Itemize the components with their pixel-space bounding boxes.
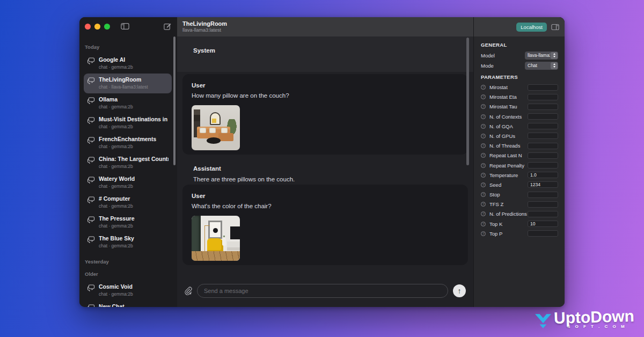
parameter-input[interactable] xyxy=(528,221,558,227)
parameter-input[interactable] xyxy=(528,143,558,149)
help-icon[interactable] xyxy=(481,104,486,109)
chat-item-subtitle: chat · gemma:2b xyxy=(99,243,134,248)
chat-list-item[interactable]: Ollama chat · gemma:2b xyxy=(84,93,172,113)
help-icon[interactable] xyxy=(481,153,486,158)
parameter-input[interactable] xyxy=(528,113,558,120)
message-role-label: User xyxy=(192,193,459,199)
chat-list-item[interactable]: New Chat chat · llava-llama3:latest xyxy=(84,301,172,307)
help-icon[interactable] xyxy=(481,94,486,99)
parameter-input[interactable] xyxy=(528,162,558,169)
parameter-input[interactable] xyxy=(528,211,558,217)
mode-select[interactable]: Chat xyxy=(525,62,558,70)
chat-bubbles-icon xyxy=(87,284,95,291)
help-icon[interactable] xyxy=(481,124,486,129)
parameter-label: N. of Contexts xyxy=(489,114,522,120)
model-select[interactable]: llava-llama3:... xyxy=(525,52,558,60)
chat-list: Today Google AI chat · gemma:2b xyxy=(79,35,177,307)
help-icon[interactable] xyxy=(481,202,486,207)
localhost-server-button[interactable]: Localhost xyxy=(516,23,547,32)
help-icon[interactable] xyxy=(481,192,486,197)
help-icon[interactable] xyxy=(481,211,486,216)
parameter-input[interactable] xyxy=(528,94,558,100)
uptodown-logo-icon xyxy=(533,312,553,329)
general-section-label: GENERAL xyxy=(481,42,558,48)
chat-item-subtitle: chat · gemma:2b xyxy=(99,184,135,189)
help-icon[interactable] xyxy=(481,182,486,187)
parameter-input[interactable] xyxy=(528,201,558,208)
help-icon[interactable] xyxy=(481,134,486,138)
chat-scrollbar[interactable] xyxy=(466,38,469,165)
parameter-input[interactable] xyxy=(528,84,558,91)
attached-image-thumbnail[interactable] xyxy=(192,105,240,150)
parameter-input[interactable] xyxy=(528,123,558,129)
parameter-input[interactable] xyxy=(528,230,558,237)
chat-item-title: # Computer xyxy=(99,195,133,202)
chat-list-item[interactable]: # Computer chat · gemma:2b xyxy=(84,193,172,213)
chat-list-item[interactable]: China: The Largest Country in t... chat … xyxy=(84,153,172,173)
chat-bubbles-icon xyxy=(87,77,95,84)
parameter-row: N. of GQA xyxy=(481,123,558,129)
parameter-label: Temperature xyxy=(489,172,518,178)
message-text: There are three pillows on the couch. xyxy=(193,176,457,182)
parameter-label: N. of GPUs xyxy=(489,133,515,139)
help-icon[interactable] xyxy=(481,143,486,148)
parameter-label: Seed xyxy=(489,182,501,188)
chat-list-item[interactable]: The Blue Sky chat · gemma:2b xyxy=(84,232,172,252)
help-icon[interactable] xyxy=(481,85,486,90)
attach-paperclip-icon[interactable] xyxy=(184,287,192,295)
chat-item-subtitle: chat · gemma:2b xyxy=(99,124,169,129)
chat-list-item[interactable]: FrenchEnchantments chat · gemma:2b xyxy=(84,133,172,153)
help-icon[interactable] xyxy=(481,163,486,168)
close-window-button[interactable] xyxy=(85,24,91,30)
parameter-label: N. of GQA xyxy=(489,123,513,129)
message-scroll-area[interactable]: System User How many pillow are on the c… xyxy=(177,36,473,278)
sidebar-header xyxy=(79,17,177,35)
parameter-row: TFS Z xyxy=(481,201,558,207)
attached-image-thumbnail[interactable] xyxy=(192,216,240,261)
app-window: Today Google AI chat · gemma:2b xyxy=(79,17,565,307)
mode-select-value: Chat xyxy=(525,63,550,68)
toggle-inspector-icon[interactable] xyxy=(551,24,559,31)
parameter-row: N. of Predictions xyxy=(481,211,558,217)
zoom-window-button[interactable] xyxy=(104,24,110,30)
chat-item-subtitle: chat · gemma:2b xyxy=(99,64,133,70)
sidebar-scrollbar[interactable] xyxy=(173,36,175,165)
message: Assistant There are three pillows on the… xyxy=(177,155,473,182)
chat-item-title: Google AI xyxy=(99,56,133,63)
chat-bubbles-icon xyxy=(87,97,95,104)
chat-list-item[interactable]: Watery World chat · gemma:2b xyxy=(84,173,172,193)
chat-bubbles-icon xyxy=(87,177,95,184)
parameter-input[interactable] xyxy=(528,181,558,188)
parameter-label: Top P xyxy=(489,231,502,237)
chat-list-item[interactable]: Must-Visit Destinations in Japan chat · … xyxy=(84,113,172,133)
chat-list-item[interactable]: Google AI chat · gemma:2b xyxy=(84,54,172,74)
chat-list-item[interactable]: The Pressure chat · gemma:2b xyxy=(84,213,172,232)
chat-list-item[interactable]: TheLivingRoom chat · llava-llama3:latest xyxy=(84,74,172,93)
parameter-input[interactable] xyxy=(528,104,558,110)
parameter-input[interactable] xyxy=(528,152,558,159)
parameter-input[interactable] xyxy=(528,172,558,178)
chat-item-subtitle: chat · gemma:2b xyxy=(99,144,156,149)
help-icon[interactable] xyxy=(481,173,486,178)
parameter-input[interactable] xyxy=(528,192,558,198)
parameter-label: TFS Z xyxy=(489,201,503,207)
help-icon[interactable] xyxy=(481,114,486,119)
minimize-window-button[interactable] xyxy=(94,24,100,30)
help-icon[interactable] xyxy=(481,222,486,226)
inspector-body: GENERAL Model llava-llama3:... Mode Chat… xyxy=(474,36,565,240)
parameter-row: Top K xyxy=(481,221,558,227)
send-message-button[interactable]: ↑ xyxy=(453,284,466,297)
chat-item-title: Cosmic Void xyxy=(99,283,133,290)
help-icon[interactable] xyxy=(481,231,486,236)
toggle-sidebar-icon[interactable] xyxy=(121,23,129,30)
parameter-label: Mirostat Eta xyxy=(489,94,517,100)
message-text: How many pillow are on the couch? xyxy=(192,92,459,99)
chat-list-item[interactable]: Cosmic Void chat · gemma:2b xyxy=(84,281,172,301)
model-label: Model xyxy=(481,53,495,58)
chat-item-title: New Chat xyxy=(99,303,148,307)
parameter-label: N. of Predictions xyxy=(489,211,527,217)
parameter-input[interactable] xyxy=(528,133,558,139)
new-chat-compose-icon[interactable] xyxy=(163,23,172,30)
send-message-input[interactable] xyxy=(197,284,448,298)
parameter-label: Mirostat Tau xyxy=(489,104,517,109)
